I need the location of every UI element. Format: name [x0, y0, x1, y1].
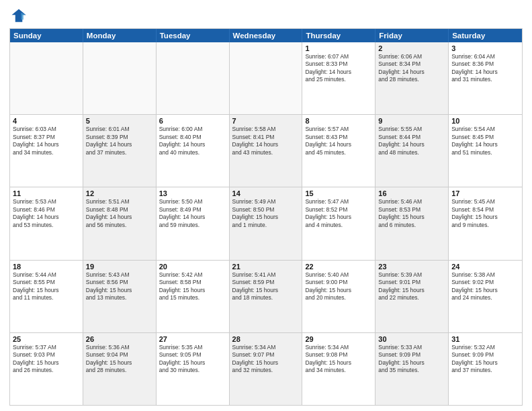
day-info: Sunrise: 5:49 AM Sunset: 8:50 PM Dayligh…	[232, 198, 300, 229]
day-info: Sunrise: 6:03 AM Sunset: 8:37 PM Dayligh…	[13, 126, 80, 156]
day-info: Sunrise: 5:50 AM Sunset: 8:49 PM Dayligh…	[159, 198, 226, 229]
day-info: Sunrise: 5:58 AM Sunset: 8:41 PM Dayligh…	[232, 126, 300, 156]
day-info: Sunrise: 5:45 AM Sunset: 8:54 PM Dayligh…	[451, 198, 519, 229]
day-cell-10: 10Sunrise: 5:54 AM Sunset: 8:45 PM Dayli…	[449, 115, 522, 187]
day-number: 18	[13, 263, 80, 271]
day-info: Sunrise: 5:35 AM Sunset: 9:05 PM Dayligh…	[159, 344, 226, 375]
day-cell-26: 26Sunrise: 5:36 AM Sunset: 9:04 PM Dayli…	[83, 333, 157, 405]
header-day-friday: Friday	[375, 29, 449, 42]
day-cell-20: 20Sunrise: 5:42 AM Sunset: 8:58 PM Dayli…	[157, 261, 230, 332]
day-cell-5: 5Sunrise: 6:01 AM Sunset: 8:39 PM Daylig…	[83, 115, 157, 187]
calendar-row-4: 25Sunrise: 5:37 AM Sunset: 9:03 PM Dayli…	[10, 333, 522, 405]
day-number: 29	[305, 335, 372, 343]
day-number: 1	[305, 44, 372, 52]
day-number: 22	[305, 263, 372, 271]
header-day-tuesday: Tuesday	[157, 29, 230, 42]
day-number: 14	[232, 189, 300, 197]
header-day-sunday: Sunday	[10, 29, 83, 42]
day-cell-18: 18Sunrise: 5:44 AM Sunset: 8:55 PM Dayli…	[10, 261, 83, 332]
day-number: 23	[378, 263, 445, 271]
day-number: 25	[13, 335, 80, 343]
day-cell-13: 13Sunrise: 5:50 AM Sunset: 8:49 PM Dayli…	[157, 187, 230, 259]
day-cell-28: 28Sunrise: 5:34 AM Sunset: 9:07 PM Dayli…	[230, 333, 303, 405]
day-number: 28	[232, 335, 300, 343]
day-info: Sunrise: 5:36 AM Sunset: 9:04 PM Dayligh…	[86, 344, 153, 375]
calendar-row-2: 11Sunrise: 5:53 AM Sunset: 8:46 PM Dayli…	[10, 187, 522, 260]
day-cell-empty-0-3	[230, 42, 303, 114]
header-day-monday: Monday	[83, 29, 157, 42]
header-day-thursday: Thursday	[302, 29, 375, 42]
day-info: Sunrise: 5:47 AM Sunset: 8:52 PM Dayligh…	[305, 198, 372, 229]
day-number: 24	[451, 263, 519, 271]
day-info: Sunrise: 6:01 AM Sunset: 8:39 PM Dayligh…	[86, 126, 153, 156]
day-number: 31	[451, 335, 519, 343]
day-number: 3	[451, 44, 519, 52]
day-number: 11	[13, 189, 80, 197]
day-number: 17	[451, 189, 519, 197]
day-info: Sunrise: 5:34 AM Sunset: 9:08 PM Dayligh…	[305, 344, 372, 375]
day-info: Sunrise: 5:51 AM Sunset: 8:48 PM Dayligh…	[86, 198, 153, 229]
day-cell-21: 21Sunrise: 5:41 AM Sunset: 8:59 PM Dayli…	[230, 261, 303, 332]
calendar-row-3: 18Sunrise: 5:44 AM Sunset: 8:55 PM Dayli…	[10, 261, 522, 333]
svg-marker-0	[12, 9, 26, 22]
day-number: 13	[159, 189, 226, 197]
day-info: Sunrise: 5:43 AM Sunset: 8:56 PM Dayligh…	[86, 271, 153, 302]
calendar: SundayMondayTuesdayWednesdayThursdayFrid…	[9, 28, 523, 406]
day-cell-1: 1Sunrise: 6:07 AM Sunset: 8:33 PM Daylig…	[302, 42, 375, 114]
day-info: Sunrise: 5:57 AM Sunset: 8:43 PM Dayligh…	[305, 126, 372, 156]
day-info: Sunrise: 5:46 AM Sunset: 8:53 PM Dayligh…	[378, 198, 445, 229]
day-number: 6	[159, 117, 226, 125]
day-info: Sunrise: 5:55 AM Sunset: 8:44 PM Dayligh…	[378, 126, 445, 156]
day-cell-17: 17Sunrise: 5:45 AM Sunset: 8:54 PM Dayli…	[449, 187, 522, 259]
day-number: 19	[86, 263, 153, 271]
day-number: 26	[86, 335, 153, 343]
day-info: Sunrise: 6:06 AM Sunset: 8:34 PM Dayligh…	[378, 53, 445, 84]
day-cell-9: 9Sunrise: 5:55 AM Sunset: 8:44 PM Daylig…	[375, 115, 449, 187]
day-info: Sunrise: 5:40 AM Sunset: 9:00 PM Dayligh…	[305, 271, 372, 302]
day-number: 2	[378, 44, 445, 52]
day-cell-16: 16Sunrise: 5:46 AM Sunset: 8:53 PM Dayli…	[375, 187, 449, 259]
day-info: Sunrise: 5:38 AM Sunset: 9:02 PM Dayligh…	[451, 271, 519, 302]
day-cell-2: 2Sunrise: 6:06 AM Sunset: 8:34 PM Daylig…	[375, 42, 449, 114]
day-info: Sunrise: 6:04 AM Sunset: 8:36 PM Dayligh…	[451, 53, 519, 84]
day-number: 4	[13, 117, 80, 125]
day-info: Sunrise: 5:54 AM Sunset: 8:45 PM Dayligh…	[451, 126, 519, 156]
day-cell-23: 23Sunrise: 5:39 AM Sunset: 9:01 PM Dayli…	[375, 261, 449, 332]
day-cell-24: 24Sunrise: 5:38 AM Sunset: 9:02 PM Dayli…	[449, 261, 522, 332]
calendar-body: 1Sunrise: 6:07 AM Sunset: 8:33 PM Daylig…	[10, 42, 522, 405]
day-cell-11: 11Sunrise: 5:53 AM Sunset: 8:46 PM Dayli…	[10, 187, 83, 259]
day-number: 5	[86, 117, 153, 125]
logo-icon	[9, 7, 28, 26]
day-cell-31: 31Sunrise: 5:32 AM Sunset: 9:09 PM Dayli…	[449, 333, 522, 405]
day-info: Sunrise: 5:33 AM Sunset: 9:09 PM Dayligh…	[378, 344, 445, 375]
header-day-wednesday: Wednesday	[230, 29, 303, 42]
day-cell-empty-0-0	[10, 42, 83, 114]
day-cell-19: 19Sunrise: 5:43 AM Sunset: 8:56 PM Dayli…	[83, 261, 157, 332]
day-number: 8	[305, 117, 372, 125]
day-cell-empty-0-1	[83, 42, 157, 114]
day-info: Sunrise: 5:53 AM Sunset: 8:46 PM Dayligh…	[13, 198, 80, 229]
day-info: Sunrise: 5:37 AM Sunset: 9:03 PM Dayligh…	[13, 344, 80, 375]
day-cell-4: 4Sunrise: 6:03 AM Sunset: 8:37 PM Daylig…	[10, 115, 83, 187]
day-cell-7: 7Sunrise: 5:58 AM Sunset: 8:41 PM Daylig…	[230, 115, 303, 187]
day-number: 7	[232, 117, 300, 125]
day-cell-6: 6Sunrise: 6:00 AM Sunset: 8:40 PM Daylig…	[157, 115, 230, 187]
day-cell-8: 8Sunrise: 5:57 AM Sunset: 8:43 PM Daylig…	[302, 115, 375, 187]
day-number: 20	[159, 263, 226, 271]
day-cell-empty-0-2	[157, 42, 230, 114]
day-cell-15: 15Sunrise: 5:47 AM Sunset: 8:52 PM Dayli…	[302, 187, 375, 259]
day-number: 9	[378, 117, 445, 125]
day-cell-30: 30Sunrise: 5:33 AM Sunset: 9:09 PM Dayli…	[375, 333, 449, 405]
day-info: Sunrise: 5:41 AM Sunset: 8:59 PM Dayligh…	[232, 271, 300, 302]
day-number: 12	[86, 189, 153, 197]
calendar-header: SundayMondayTuesdayWednesdayThursdayFrid…	[10, 29, 522, 42]
day-cell-14: 14Sunrise: 5:49 AM Sunset: 8:50 PM Dayli…	[230, 187, 303, 259]
day-info: Sunrise: 5:44 AM Sunset: 8:55 PM Dayligh…	[13, 271, 80, 302]
day-info: Sunrise: 6:00 AM Sunset: 8:40 PM Dayligh…	[159, 126, 226, 156]
day-number: 10	[451, 117, 519, 125]
day-number: 27	[159, 335, 226, 343]
day-number: 30	[378, 335, 445, 343]
day-cell-25: 25Sunrise: 5:37 AM Sunset: 9:03 PM Dayli…	[10, 333, 83, 405]
calendar-row-1: 4Sunrise: 6:03 AM Sunset: 8:37 PM Daylig…	[10, 115, 522, 187]
day-cell-29: 29Sunrise: 5:34 AM Sunset: 9:08 PM Dayli…	[302, 333, 375, 405]
